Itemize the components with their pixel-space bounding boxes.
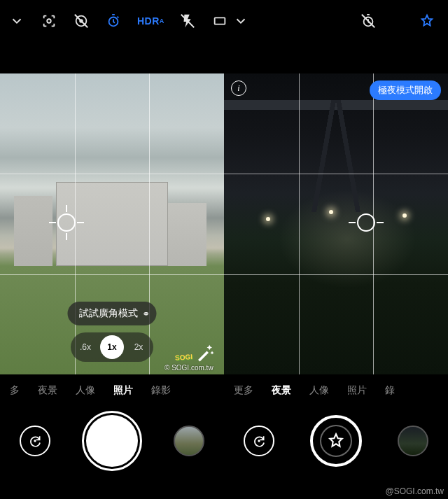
bottom-controls — [224, 412, 448, 470]
flash-off-icon[interactable] — [179, 13, 196, 29]
zoom-0-6x[interactable]: .6x — [74, 335, 97, 359]
hdr-toggle[interactable]: HDRA — [137, 13, 164, 29]
watermark-corner: @SOGI.com.tw — [385, 486, 444, 496]
shutter-button[interactable] — [86, 415, 138, 467]
google-lens-icon[interactable] — [41, 13, 57, 29]
magic-wand-icon[interactable] — [195, 342, 216, 363]
mode-more[interactable]: 多 — [10, 384, 20, 397]
settings-chevron-icon[interactable] — [232, 13, 249, 29]
camera-app-right: i 極夜模式開啟 更多 夜景 人像 照片 錄 — [224, 0, 448, 483]
shutter-star-icon — [313, 418, 359, 464]
shutter-button-night[interactable] — [310, 415, 362, 467]
gallery-thumbnail[interactable] — [174, 426, 204, 456]
zoom-2x[interactable]: 2x — [127, 335, 150, 359]
svg-point-0 — [47, 19, 51, 23]
zoom-selector[interactable]: .6x 1x 2x — [71, 332, 153, 362]
suggestion-text: 試試廣角模式 — [79, 307, 138, 320]
timer-off-icon[interactable] — [360, 13, 377, 29]
hdr-label: HDR — [137, 15, 160, 27]
switch-camera-button[interactable] — [20, 426, 50, 456]
wide-angle-suggestion-pill[interactable]: 試試廣角模式 ৹৹৹ — [68, 302, 157, 325]
night-badge-text: 極夜模式開啟 — [378, 85, 433, 95]
live-preview-day — [0, 73, 224, 374]
mode-portrait[interactable]: 人像 — [76, 384, 95, 397]
mode-portrait[interactable]: 人像 — [309, 384, 329, 397]
viewfinder[interactable]: i 極夜模式開啟 — [224, 73, 448, 374]
motion-photo-off-icon[interactable] — [73, 13, 90, 29]
screenshot-root: HDRA 試試廣角模式 — [0, 0, 448, 499]
camera-app-left: HDRA 試試廣角模式 — [0, 0, 224, 483]
gallery-thumbnail[interactable] — [398, 426, 428, 456]
info-letter: i — [237, 83, 239, 94]
switch-camera-button[interactable] — [244, 426, 274, 456]
mode-video[interactable]: 錄影 — [151, 384, 171, 397]
mode-strip[interactable]: 更多 夜景 人像 照片 錄 — [224, 378, 448, 403]
svg-point-7 — [258, 440, 260, 442]
night-mode-badge: 極夜模式開啟 — [370, 80, 441, 100]
info-icon[interactable]: i — [231, 80, 246, 96]
sogi-stamp: SOGI — [175, 353, 193, 362]
watermark-center: © SOGI.com.tw — [164, 364, 214, 372]
top-toolbar — [224, 0, 448, 42]
viewfinder[interactable]: 試試廣角模式 ৹৹৹ .6x 1x 2x — [0, 73, 224, 374]
mode-night[interactable]: 夜景 — [38, 384, 57, 397]
mode-photo[interactable]: 照片 — [347, 384, 367, 397]
svg-point-5 — [34, 440, 36, 442]
suggestion-drops-icon: ৹৹৹ — [144, 309, 146, 318]
zoom-1x[interactable]: 1x — [100, 335, 124, 359]
mode-night[interactable]: 夜景 — [272, 384, 291, 397]
mode-more[interactable]: 更多 — [234, 384, 253, 397]
focus-reticle[interactable] — [50, 206, 83, 239]
timer-icon[interactable] — [105, 13, 122, 29]
bottom-controls — [0, 412, 224, 470]
mode-strip[interactable]: 多 夜景 人像 照片 錄影 — [0, 378, 224, 403]
focus-reticle[interactable] — [350, 206, 382, 239]
live-preview-night — [224, 73, 448, 374]
mode-photo[interactable]: 照片 — [113, 384, 133, 397]
favorite-star-icon[interactable] — [419, 13, 435, 29]
mode-video[interactable]: 錄 — [385, 384, 395, 397]
settings-chevron-icon[interactable] — [8, 13, 25, 29]
hdr-sublabel: A — [160, 17, 164, 24]
top-toolbar: HDRA — [0, 0, 224, 42]
